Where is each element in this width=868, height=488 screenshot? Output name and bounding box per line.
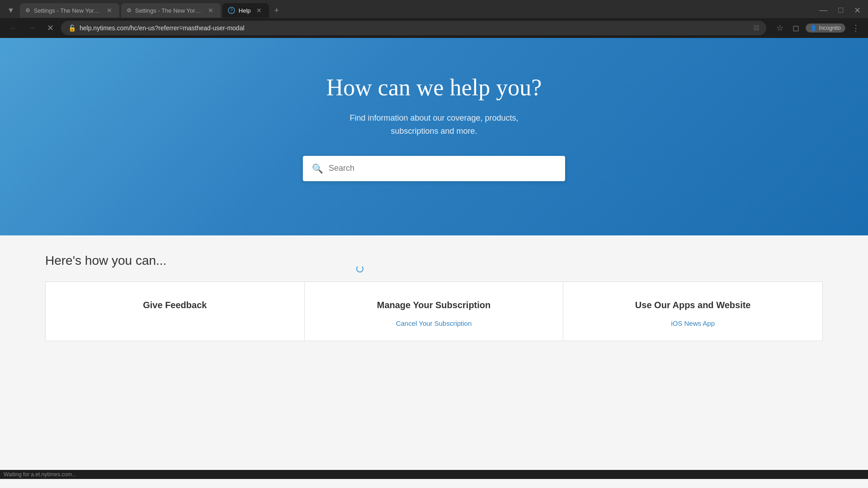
tab-2-title: Settings - The New York Times <box>135 7 203 14</box>
window-controls: — □ ✕ <box>816 5 864 15</box>
nav-bar: ← → ✕ 🔓 👁̸ ☆ ◻ 👤 Incognito ⋮ <box>0 18 868 38</box>
tab-3[interactable]: ? Help ✕ <box>222 3 269 18</box>
card-apps-website[interactable]: Use Our Apps and Website iOS News App <box>563 282 822 341</box>
card-manage-subscription[interactable]: Manage Your Subscription Cancel Your Sub… <box>305 282 564 341</box>
hero-title: How can we help you? <box>326 74 542 101</box>
tab-1-favicon: ⚙ <box>25 7 30 14</box>
card-give-feedback[interactable]: Give Feedback <box>46 282 305 341</box>
tab-1-title: Settings - The New York Times <box>34 7 101 14</box>
tab-2[interactable]: ⚙ Settings - The New York Times ✕ <box>121 3 221 18</box>
bookmark-icon[interactable]: ☆ <box>774 21 786 35</box>
ios-news-app-link[interactable]: iOS News App <box>577 319 809 327</box>
cards-grid: Give Feedback Manage Your Subscription C… <box>45 282 823 341</box>
card-give-feedback-title: Give Feedback <box>59 300 291 310</box>
search-icon: 🔍 <box>312 163 323 174</box>
status-bar: Waiting for a.et.nytimes.com... <box>0 470 868 479</box>
status-text: Waiting for a.et.nytimes.com... <box>4 471 76 478</box>
title-bar: ▼ ⚙ Settings - The New York Times ✕ ⚙ Se… <box>0 0 868 18</box>
browser-chrome: ▼ ⚙ Settings - The New York Times ✕ ⚙ Se… <box>0 0 868 38</box>
tab-3-title: Help <box>239 7 251 14</box>
minimize-button[interactable]: — <box>816 5 831 15</box>
incognito-badge: 👤 Incognito <box>806 23 845 33</box>
svg-text:?: ? <box>230 8 233 13</box>
forward-button[interactable]: → <box>24 22 40 35</box>
new-tab-button[interactable]: + <box>271 4 283 17</box>
section-title: Here's how you can... <box>45 253 823 268</box>
hero-section: How can we help you? Find information ab… <box>0 38 868 235</box>
back-button[interactable]: ← <box>5 22 21 35</box>
sidebar-toggle-button[interactable]: ◻ <box>790 21 802 35</box>
tab-2-favicon: ⚙ <box>127 7 132 14</box>
tab-1-close[interactable]: ✕ <box>105 6 114 15</box>
search-input[interactable] <box>329 164 556 173</box>
tab-1[interactable]: ⚙ Settings - The New York Times ✕ <box>20 3 119 18</box>
reload-button[interactable]: ✕ <box>43 21 57 35</box>
incognito-label: Incognito <box>819 25 841 31</box>
tab-2-close[interactable]: ✕ <box>206 6 215 15</box>
tab-3-favicon: ? <box>228 7 235 14</box>
close-window-button[interactable]: ✕ <box>850 5 864 15</box>
below-fold-section: Here's how you can... Give Feedback Mana… <box>0 235 868 350</box>
browser-actions: ☆ ◻ 👤 Incognito ⋮ <box>774 21 863 35</box>
tab-3-close[interactable]: ✕ <box>255 6 264 15</box>
card-apps-website-title: Use Our Apps and Website <box>577 300 809 310</box>
address-bar[interactable]: 🔓 👁̸ <box>61 21 766 35</box>
eye-off-icon: 👁̸ <box>754 24 760 32</box>
page-content: How can we help you? Find information ab… <box>0 38 868 470</box>
hero-subtitle-line1: Find information about our coverage, pro… <box>349 113 518 122</box>
hero-subtitle: Find information about our coverage, pro… <box>349 112 518 138</box>
lock-icon: 🔓 <box>68 24 76 32</box>
menu-button[interactable]: ⋮ <box>849 21 863 35</box>
maximize-button[interactable]: □ <box>835 5 847 15</box>
cancel-subscription-link[interactable]: Cancel Your Subscription <box>318 319 550 327</box>
search-box[interactable]: 🔍 <box>303 156 565 181</box>
tab-history-button[interactable]: ▼ <box>4 5 18 16</box>
person-icon: 👤 <box>810 25 817 31</box>
card-manage-subscription-title: Manage Your Subscription <box>318 300 550 310</box>
hero-subtitle-line2: subscriptions and more. <box>391 127 477 136</box>
address-input[interactable] <box>80 24 750 32</box>
